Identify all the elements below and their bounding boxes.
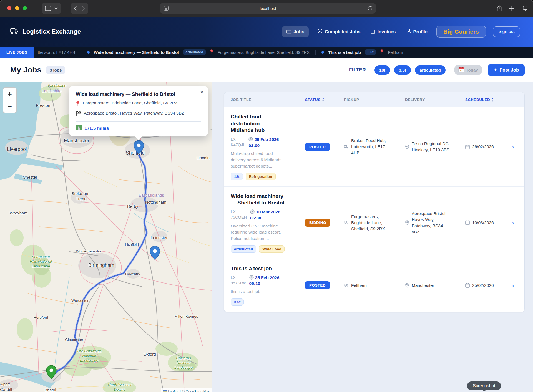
ticker-address: Feltham <box>388 50 403 55</box>
chevron-down-icon[interactable] <box>54 7 58 9</box>
table-row[interactable]: This is a test job LX– 957SLW 25 Feb 202… <box>224 259 524 312</box>
divider <box>370 65 370 75</box>
map-label: Milton Keynes <box>175 314 198 319</box>
job-ref: LX– 75CQEH <box>231 209 247 221</box>
company-name-button[interactable]: Big Couriers <box>436 26 486 38</box>
share-icon[interactable] <box>497 5 502 11</box>
ticker-job-title: This is a test job <box>328 50 361 55</box>
table-row[interactable]: Chilled food distribution — Midlands hub… <box>224 107 524 187</box>
job-datetime: 25 Feb 2026 09:10 <box>249 275 280 287</box>
today-filter-chip[interactable]: 17 Today <box>454 65 482 75</box>
red-pin-icon <box>210 49 213 55</box>
url-bar[interactable]: localhost <box>160 3 376 14</box>
forward-icon[interactable] <box>82 6 85 11</box>
job-tag: 3.5t <box>231 298 244 306</box>
close-window-button[interactable] <box>7 6 11 10</box>
close-icon[interactable]: × <box>200 89 203 95</box>
tabs-overview-icon[interactable] <box>522 6 527 11</box>
map-label: Newport <box>0 382 10 387</box>
chevron-right-icon[interactable]: › <box>512 282 514 289</box>
status-badge: BIDDING <box>305 219 330 227</box>
jobs-table-card: JOB TITLE STATUS PICKUP DELIVERY SCHEDUL… <box>224 92 525 312</box>
filter-chip-articulated[interactable]: articulated <box>415 65 446 75</box>
popup-distance: 171.5 miles <box>84 126 109 131</box>
reload-icon[interactable] <box>368 6 373 12</box>
zoom-window-button[interactable] <box>23 6 27 10</box>
map-label: Chilterns National Landscape <box>174 356 193 370</box>
map-label: Landscape <box>48 84 66 88</box>
pickup-marker-sheffield[interactable] <box>134 140 144 155</box>
nav-tab-invoices[interactable]: Invoices <box>369 26 397 37</box>
popup-title: Wide load machinery — Sheffield to Brist… <box>76 92 201 97</box>
sidebar-icon[interactable] <box>45 6 51 11</box>
map-label: Worcester <box>71 299 88 303</box>
chevron-right-icon[interactable]: › <box>512 143 514 150</box>
back-icon[interactable] <box>74 6 77 11</box>
status-badge: POSTED <box>305 281 330 289</box>
map-label: Wolverhampton <box>76 249 102 254</box>
zoom-in-button[interactable]: + <box>3 88 16 100</box>
jobs-map[interactable]: Landscape Lancashire Preston Manchester … <box>0 82 212 392</box>
page-title: My Jobs <box>10 65 41 74</box>
calendar-icon <box>465 145 470 149</box>
job-datetime: 10 Mar 2026 05:00 <box>250 209 280 221</box>
live-jobs-ticker: LIVE JOBS tterworth, LE17 4HB Wide load … <box>0 47 533 59</box>
ticker-address: tterworth, LE17 4HB <box>38 50 75 55</box>
filter-chip-3-5t[interactable]: 3.5t <box>394 65 411 75</box>
divider <box>76 121 201 122</box>
map-label: Oxford <box>143 352 156 357</box>
traffic-lights <box>7 6 27 10</box>
truck-icon <box>344 283 349 287</box>
brand-name: Logisticx Exchange <box>22 28 81 35</box>
reader-icon[interactable] <box>164 6 169 11</box>
map-label: Liverpool <box>7 146 27 153</box>
nav-tab-jobs[interactable]: Jobs <box>282 26 309 37</box>
sort-icon <box>491 98 494 102</box>
column-header-scheduled[interactable]: SCHEDULED <box>465 98 508 102</box>
map-label: Gloucester <box>65 338 83 342</box>
map-label: North Wessex Downs <box>108 383 132 392</box>
nav-tab-label: Completed Jobs <box>325 29 360 34</box>
pickup-marker-lutterworth[interactable] <box>150 246 160 261</box>
browser-window: localhost Logisticx Exchange Jobs Comple… <box>0 0 533 392</box>
briefcase-icon <box>286 29 291 35</box>
map-label: Bristol <box>44 388 56 392</box>
dot-icon <box>87 51 90 54</box>
chevron-right-icon[interactable]: › <box>512 219 514 226</box>
popup-delivery-address: Aerospace Bristol, Hayes Way, Patchway, … <box>84 111 184 116</box>
nav-tab-label: Jobs <box>294 29 305 34</box>
map-pin-icon <box>405 283 409 288</box>
app-navbar: Logisticx Exchange Jobs Completed Jobs I… <box>0 17 533 47</box>
flag-icon <box>163 390 167 392</box>
nav-tab-profile[interactable]: Profile <box>405 26 429 37</box>
sign-out-button[interactable]: Sign out <box>493 26 520 37</box>
zoom-out-button[interactable]: − <box>3 100 16 113</box>
delivery-marker-bristol[interactable] <box>46 365 57 380</box>
sidebar-controls[interactable] <box>42 3 61 14</box>
red-pin-icon <box>76 100 80 108</box>
pickup-address: Feltham <box>351 282 390 289</box>
minimize-window-button[interactable] <box>15 6 19 10</box>
table-row[interactable]: Wide load machinery — Sheffield to Brist… <box>224 187 524 259</box>
status-badge: POSTED <box>305 143 330 151</box>
post-job-button[interactable]: + Post Job <box>488 64 525 76</box>
map-label: The Cotswolds National Landscape <box>77 349 101 363</box>
new-tab-icon[interactable] <box>509 6 514 11</box>
nav-tab-completed-jobs[interactable]: Completed Jobs <box>316 26 362 37</box>
document-icon <box>371 29 375 35</box>
scheduled-date: 26/02/2026 <box>472 144 494 149</box>
divider <box>450 65 450 75</box>
check-circle-icon <box>318 29 323 35</box>
job-tag: Wide Load <box>259 245 285 253</box>
brand: Logisticx Exchange <box>10 27 81 36</box>
clock-icon <box>250 209 255 214</box>
attribution-osm[interactable]: © OpenStreetMap <box>182 390 210 392</box>
job-datetime: 26 Feb 2026 03:00 <box>248 136 279 148</box>
plus-icon: + <box>494 68 497 72</box>
attribution-leaflet[interactable]: Leaflet <box>168 390 178 392</box>
filter-chip-18t[interactable]: 18t <box>374 65 390 75</box>
column-header-status[interactable]: STATUS <box>305 98 344 102</box>
nav-tab-label: Invoices <box>377 29 396 34</box>
truck-icon <box>344 145 349 149</box>
screenshot-button[interactable]: Screenshot <box>467 381 501 390</box>
